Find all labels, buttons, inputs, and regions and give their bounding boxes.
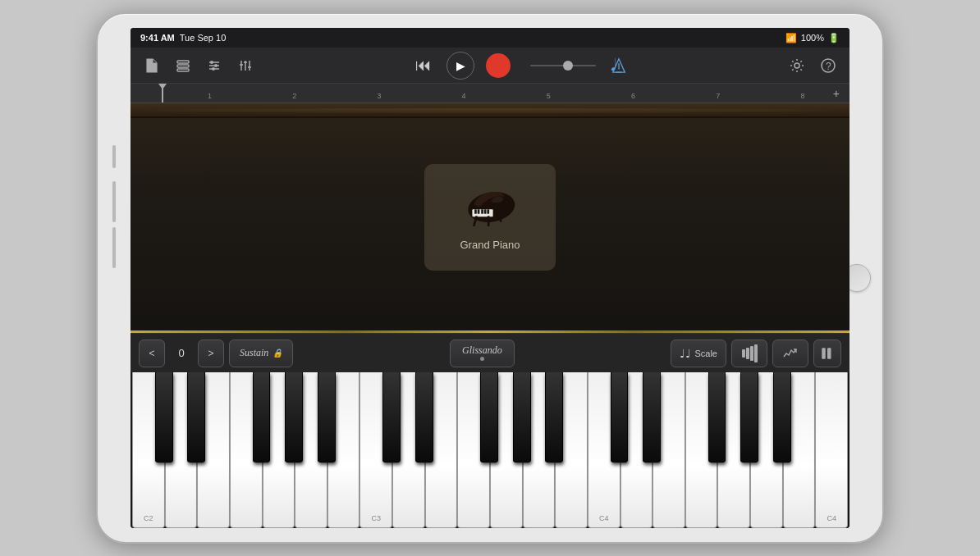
- octave-4-c: C4: [815, 372, 848, 528]
- timeline-ruler[interactable]: 1 2 3 4 5 6 7 8 +: [131, 84, 849, 103]
- black-key-As4[interactable]: [773, 372, 791, 463]
- glissando-label: Glissando: [462, 345, 502, 355]
- play-button[interactable]: ▶: [446, 52, 474, 80]
- eq-button[interactable]: [234, 54, 257, 77]
- black-key-As2[interactable]: [318, 372, 336, 463]
- vel-bar-1: [742, 349, 745, 358]
- svg-rect-23: [474, 209, 477, 213]
- black-key-Fs3[interactable]: [480, 372, 498, 463]
- ruler-mark-4: 4: [462, 92, 466, 100]
- instrument-card[interactable]: Grand Piano: [424, 164, 556, 271]
- sustain-label: Sustain: [240, 347, 268, 359]
- playhead[interactable]: [162, 84, 163, 103]
- ruler-mark-3: 3: [377, 92, 381, 100]
- ruler-mark-1: 1: [208, 92, 212, 100]
- screen: 9:41 AM Tue Sep 10 📶 100% 🔋: [131, 28, 849, 528]
- battery-icon: 🔋: [828, 33, 840, 43]
- mixer-button[interactable]: [203, 54, 226, 77]
- volume-down-button[interactable]: [112, 227, 116, 268]
- black-key-Fs4[interactable]: [708, 372, 726, 463]
- svg-rect-2: [177, 69, 189, 71]
- glissando-dot: [480, 357, 484, 361]
- octave-value: 0: [167, 347, 195, 359]
- key-label-c3: C3: [372, 514, 382, 522]
- status-date: Tue Sep 10: [180, 33, 226, 43]
- file-button[interactable]: [140, 54, 163, 77]
- record-button[interactable]: [486, 53, 511, 78]
- ruler-mark-2: 2: [292, 92, 296, 100]
- battery-percent: 100%: [801, 33, 824, 43]
- svg-point-8: [212, 67, 215, 71]
- ruler-mark-8: 8: [800, 92, 804, 100]
- side-buttons: [112, 145, 116, 268]
- ruler-mark-7: 7: [716, 92, 720, 100]
- wifi-icon: 📶: [785, 33, 797, 43]
- octave-next-button[interactable]: >: [198, 340, 224, 367]
- black-key-Gs2[interactable]: [285, 372, 303, 463]
- add-track-button[interactable]: +: [833, 87, 840, 100]
- svg-rect-27: [487, 209, 489, 213]
- ruler-mark-5: 5: [547, 92, 551, 100]
- key-label-c4: C4: [599, 514, 609, 522]
- black-key-As3[interactable]: [545, 372, 563, 463]
- vel-bar-4: [754, 344, 758, 362]
- note-icon: ♩♩: [680, 347, 691, 360]
- volume-control[interactable]: [530, 65, 596, 66]
- svg-rect-26: [484, 209, 487, 213]
- scale-label: Scale: [694, 349, 717, 358]
- black-key-Gs3[interactable]: [513, 372, 531, 463]
- controls-bar: < 0 > Sustain 🔒 Glissando ♩♩ Scale: [131, 333, 849, 372]
- mute-button[interactable]: [112, 145, 116, 168]
- ipad-shell: 9:41 AM Tue Sep 10 📶 100% 🔋: [96, 12, 884, 544]
- keyboard-area: C2C3C4C4: [131, 372, 849, 528]
- volume-up-button[interactable]: [112, 181, 116, 222]
- velocity-button[interactable]: [731, 340, 767, 367]
- octave-prev-button[interactable]: <: [139, 340, 165, 367]
- key-label-c4: C4: [827, 514, 836, 522]
- black-key-Cs4[interactable]: [611, 372, 629, 463]
- octave-4: C4: [588, 372, 815, 528]
- black-key-Cs2[interactable]: [155, 372, 173, 463]
- black-key-Cs3[interactable]: [382, 372, 401, 463]
- chord-button[interactable]: [813, 340, 841, 367]
- sustain-button[interactable]: Sustain 🔒: [229, 340, 293, 367]
- settings-button[interactable]: [785, 54, 808, 77]
- instrument-name: Grand Piano: [460, 239, 520, 251]
- svg-rect-0: [177, 61, 189, 63]
- grand-piano-image: [460, 183, 520, 232]
- black-key-Fs2[interactable]: [253, 372, 271, 463]
- vel-bar-2: [746, 348, 749, 359]
- track-area: Grand Piano: [131, 103, 849, 330]
- piano-keyboard[interactable]: C2C3C4C4: [131, 372, 849, 528]
- svg-rect-24: [478, 209, 480, 213]
- octave-controls: < 0 >: [139, 340, 224, 367]
- white-key-C4[interactable]: C4: [815, 372, 848, 528]
- black-key-Ds4[interactable]: [643, 372, 661, 463]
- svg-point-7: [214, 64, 218, 67]
- tracks-button[interactable]: [172, 54, 195, 77]
- svg-rect-1: [177, 65, 189, 67]
- svg-point-6: [210, 61, 213, 64]
- svg-rect-25: [481, 209, 483, 213]
- black-key-Gs4[interactable]: [740, 372, 758, 463]
- black-key-Ds3[interactable]: [415, 372, 433, 463]
- metronome-button[interactable]: 𝅘𝅥: [607, 54, 630, 77]
- status-bar: 9:41 AM Tue Sep 10 📶 100% 🔋: [131, 28, 849, 48]
- scale-button[interactable]: ♩♩ Scale: [671, 340, 726, 367]
- help-button[interactable]: ?: [817, 54, 840, 77]
- ruler-mark-6: 6: [631, 92, 635, 100]
- vel-bar-3: [750, 346, 753, 361]
- toolbar: ⏮ ▶ 𝅘𝅥: [131, 48, 849, 84]
- black-key-Ds2[interactable]: [187, 372, 205, 463]
- arpeggio-button[interactable]: [772, 340, 808, 367]
- lock-icon: 🔒: [272, 349, 282, 358]
- wood-decoration: [131, 103, 849, 118]
- rewind-button[interactable]: ⏮: [412, 54, 435, 77]
- svg-point-18: [795, 63, 799, 68]
- status-time: 9:41 AM: [140, 33, 175, 43]
- svg-text:?: ?: [826, 61, 831, 72]
- key-label-c2: C2: [144, 514, 153, 522]
- svg-rect-33: [827, 348, 831, 359]
- octave-3: C3: [359, 372, 587, 528]
- glissando-button[interactable]: Glissando: [450, 340, 515, 367]
